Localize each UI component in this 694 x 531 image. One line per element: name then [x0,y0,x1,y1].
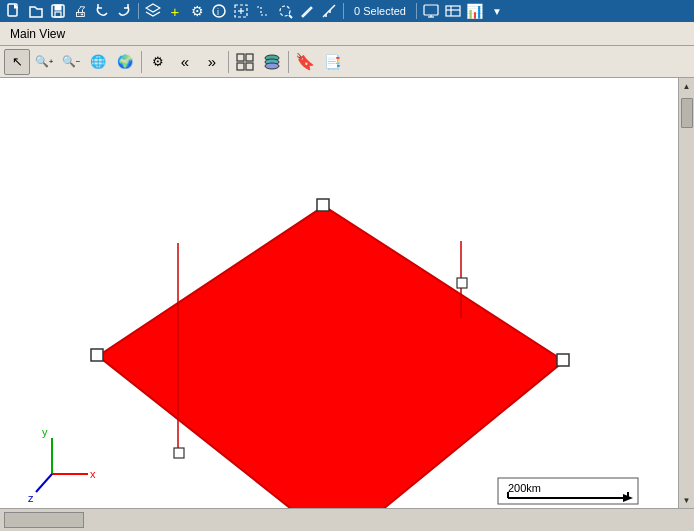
dropdown-icon[interactable]: ▼ [487,2,507,20]
edit-icon[interactable] [297,2,317,20]
zoom-in-tool[interactable]: 🔍+ [31,49,57,75]
svg-rect-2 [55,5,61,10]
scroll-thumb[interactable] [681,98,693,128]
view-tab-bar: Main View [0,22,694,46]
settings-icon[interactable]: ⚙ [187,2,207,20]
vertex-top [317,199,329,211]
map-view[interactable]: y x z 200km ▲ ▼ [0,78,694,508]
select2-icon[interactable] [253,2,273,20]
scroll-up-arrow[interactable]: ▲ [679,78,695,94]
zoom-out-tool[interactable]: 🔍− [58,49,84,75]
open-project-icon[interactable] [26,2,46,20]
zoom-extent-tool[interactable]: 🌍 [112,49,138,75]
selected-count: 0 Selected [354,5,406,17]
toolbar-sep-3 [288,51,289,73]
axis-x-label: x [90,468,96,480]
svg-rect-22 [246,54,253,61]
status-bar [0,508,694,530]
chart-icon[interactable]: 📊 [465,2,485,20]
separator-1 [138,3,139,19]
pointer-tool[interactable]: ↖ [4,49,30,75]
forward-tool[interactable]: » [199,49,225,75]
print-icon[interactable]: 🖨 [70,2,90,20]
axis-y-label: y [42,426,48,438]
layer-tool[interactable] [259,49,285,75]
scroll-track[interactable] [679,94,694,492]
bookmark2-tool[interactable]: 📑 [319,49,345,75]
grid-tool[interactable] [232,49,258,75]
redo-icon[interactable] [114,2,134,20]
top-toolbar: 🖨 + ⚙ i 0 Selected 📊 ▼ [0,0,694,22]
select3-icon[interactable] [275,2,295,20]
svg-rect-21 [237,54,244,61]
save-icon[interactable] [48,2,68,20]
toolbar-sep-1 [141,51,142,73]
select-icon[interactable] [231,2,251,20]
settings-tool[interactable]: ⚙ [145,49,171,75]
svg-rect-23 [237,63,244,70]
vertical-scrollbar[interactable]: ▲ ▼ [678,78,694,508]
add-layer-icon[interactable]: + [165,2,185,20]
monitor-icon[interactable] [421,2,441,20]
midpoint-left-bottom [174,448,184,458]
svg-rect-18 [446,6,460,16]
map-toolbar: ↖ 🔍+ 🔍− 🌐 🌍 ⚙ « » 🔖 📑 [0,46,694,78]
vertex-left [91,349,103,361]
layers-icon[interactable] [143,2,163,20]
scroll-down-arrow[interactable]: ▼ [679,492,695,508]
axis-z-label: z [28,492,34,504]
svg-text:i: i [217,7,219,17]
svg-rect-24 [246,63,253,70]
svg-line-12 [323,5,335,17]
svg-point-27 [265,63,279,69]
main-view-tab[interactable]: Main View [4,27,71,41]
svg-rect-15 [424,5,438,15]
svg-line-11 [289,15,292,18]
svg-point-5 [213,5,225,17]
table-icon[interactable] [443,2,463,20]
bookmark-tool[interactable]: 🔖 [292,49,318,75]
separator-3 [416,3,417,19]
new-project-icon[interactable] [4,2,24,20]
scale-bar-label: 200km [508,482,541,494]
separator-2 [343,3,344,19]
svg-marker-4 [146,4,160,12]
midpoint-top-right [457,278,467,288]
undo-icon[interactable] [92,2,112,20]
map-canvas: y x z 200km [0,78,694,508]
pan-globe-tool[interactable]: 🌐 [85,49,111,75]
vertex-right [557,354,569,366]
identify-icon[interactable]: i [209,2,229,20]
measure-icon[interactable] [319,2,339,20]
back-tool[interactable]: « [172,49,198,75]
svg-point-10 [280,6,290,16]
toolbar-sep-2 [228,51,229,73]
status-progress [4,512,84,528]
